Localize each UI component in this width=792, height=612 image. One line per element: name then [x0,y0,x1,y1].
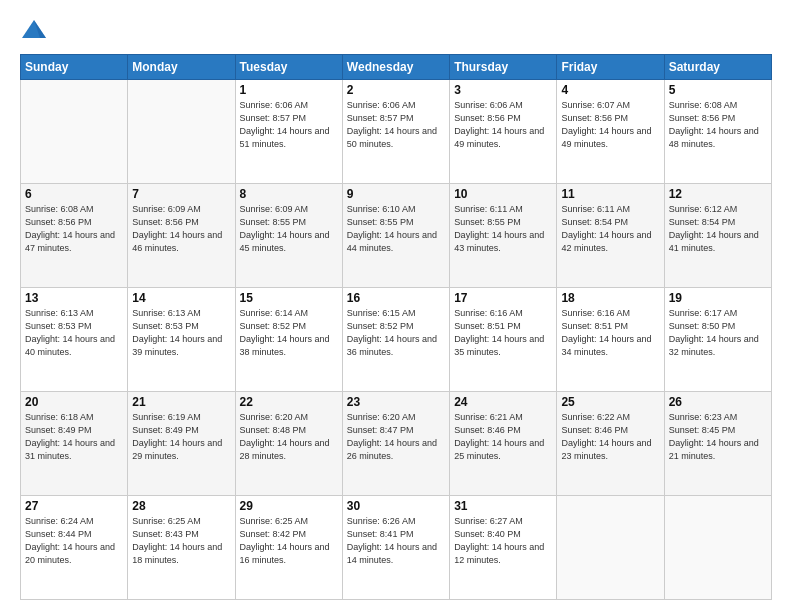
day-info: Sunrise: 6:21 AM Sunset: 8:46 PM Dayligh… [454,411,552,463]
day-number: 1 [240,83,338,97]
calendar-week-3: 13Sunrise: 6:13 AM Sunset: 8:53 PM Dayli… [21,288,772,392]
calendar-cell: 13Sunrise: 6:13 AM Sunset: 8:53 PM Dayli… [21,288,128,392]
calendar-cell: 10Sunrise: 6:11 AM Sunset: 8:55 PM Dayli… [450,184,557,288]
calendar-cell: 17Sunrise: 6:16 AM Sunset: 8:51 PM Dayli… [450,288,557,392]
calendar-week-4: 20Sunrise: 6:18 AM Sunset: 8:49 PM Dayli… [21,392,772,496]
calendar-cell: 25Sunrise: 6:22 AM Sunset: 8:46 PM Dayli… [557,392,664,496]
day-number: 17 [454,291,552,305]
day-info: Sunrise: 6:27 AM Sunset: 8:40 PM Dayligh… [454,515,552,567]
day-number: 12 [669,187,767,201]
calendar-cell: 28Sunrise: 6:25 AM Sunset: 8:43 PM Dayli… [128,496,235,600]
calendar-cell: 2Sunrise: 6:06 AM Sunset: 8:57 PM Daylig… [342,80,449,184]
calendar-week-1: 1Sunrise: 6:06 AM Sunset: 8:57 PM Daylig… [21,80,772,184]
day-number: 9 [347,187,445,201]
calendar-cell [128,80,235,184]
calendar-header-row: SundayMondayTuesdayWednesdayThursdayFrid… [21,55,772,80]
day-info: Sunrise: 6:15 AM Sunset: 8:52 PM Dayligh… [347,307,445,359]
day-number: 4 [561,83,659,97]
calendar-cell: 27Sunrise: 6:24 AM Sunset: 8:44 PM Dayli… [21,496,128,600]
day-info: Sunrise: 6:11 AM Sunset: 8:55 PM Dayligh… [454,203,552,255]
day-number: 31 [454,499,552,513]
day-number: 5 [669,83,767,97]
calendar-header-tuesday: Tuesday [235,55,342,80]
day-info: Sunrise: 6:20 AM Sunset: 8:47 PM Dayligh… [347,411,445,463]
day-info: Sunrise: 6:14 AM Sunset: 8:52 PM Dayligh… [240,307,338,359]
day-info: Sunrise: 6:11 AM Sunset: 8:54 PM Dayligh… [561,203,659,255]
calendar-header-wednesday: Wednesday [342,55,449,80]
day-info: Sunrise: 6:18 AM Sunset: 8:49 PM Dayligh… [25,411,123,463]
calendar-cell: 23Sunrise: 6:20 AM Sunset: 8:47 PM Dayli… [342,392,449,496]
calendar-cell: 20Sunrise: 6:18 AM Sunset: 8:49 PM Dayli… [21,392,128,496]
calendar-cell: 1Sunrise: 6:06 AM Sunset: 8:57 PM Daylig… [235,80,342,184]
day-number: 26 [669,395,767,409]
calendar-cell [21,80,128,184]
day-info: Sunrise: 6:06 AM Sunset: 8:57 PM Dayligh… [240,99,338,151]
day-info: Sunrise: 6:23 AM Sunset: 8:45 PM Dayligh… [669,411,767,463]
day-info: Sunrise: 6:12 AM Sunset: 8:54 PM Dayligh… [669,203,767,255]
day-number: 6 [25,187,123,201]
calendar-cell: 22Sunrise: 6:20 AM Sunset: 8:48 PM Dayli… [235,392,342,496]
calendar-cell: 31Sunrise: 6:27 AM Sunset: 8:40 PM Dayli… [450,496,557,600]
day-number: 21 [132,395,230,409]
day-number: 13 [25,291,123,305]
calendar-cell: 30Sunrise: 6:26 AM Sunset: 8:41 PM Dayli… [342,496,449,600]
day-info: Sunrise: 6:16 AM Sunset: 8:51 PM Dayligh… [561,307,659,359]
day-number: 20 [25,395,123,409]
calendar-cell: 14Sunrise: 6:13 AM Sunset: 8:53 PM Dayli… [128,288,235,392]
day-number: 8 [240,187,338,201]
header [20,16,772,44]
calendar-cell [664,496,771,600]
calendar-cell: 11Sunrise: 6:11 AM Sunset: 8:54 PM Dayli… [557,184,664,288]
day-number: 25 [561,395,659,409]
day-number: 16 [347,291,445,305]
day-info: Sunrise: 6:13 AM Sunset: 8:53 PM Dayligh… [25,307,123,359]
day-info: Sunrise: 6:20 AM Sunset: 8:48 PM Dayligh… [240,411,338,463]
day-info: Sunrise: 6:07 AM Sunset: 8:56 PM Dayligh… [561,99,659,151]
day-info: Sunrise: 6:13 AM Sunset: 8:53 PM Dayligh… [132,307,230,359]
day-info: Sunrise: 6:25 AM Sunset: 8:43 PM Dayligh… [132,515,230,567]
day-info: Sunrise: 6:25 AM Sunset: 8:42 PM Dayligh… [240,515,338,567]
calendar-header-thursday: Thursday [450,55,557,80]
day-info: Sunrise: 6:26 AM Sunset: 8:41 PM Dayligh… [347,515,445,567]
day-info: Sunrise: 6:24 AM Sunset: 8:44 PM Dayligh… [25,515,123,567]
calendar-cell: 15Sunrise: 6:14 AM Sunset: 8:52 PM Dayli… [235,288,342,392]
day-number: 3 [454,83,552,97]
day-number: 18 [561,291,659,305]
day-info: Sunrise: 6:17 AM Sunset: 8:50 PM Dayligh… [669,307,767,359]
day-info: Sunrise: 6:08 AM Sunset: 8:56 PM Dayligh… [25,203,123,255]
day-info: Sunrise: 6:22 AM Sunset: 8:46 PM Dayligh… [561,411,659,463]
calendar-cell [557,496,664,600]
day-number: 28 [132,499,230,513]
calendar-header-saturday: Saturday [664,55,771,80]
calendar-cell: 7Sunrise: 6:09 AM Sunset: 8:56 PM Daylig… [128,184,235,288]
calendar-cell: 29Sunrise: 6:25 AM Sunset: 8:42 PM Dayli… [235,496,342,600]
calendar-cell: 9Sunrise: 6:10 AM Sunset: 8:55 PM Daylig… [342,184,449,288]
day-number: 14 [132,291,230,305]
calendar-cell: 4Sunrise: 6:07 AM Sunset: 8:56 PM Daylig… [557,80,664,184]
day-number: 10 [454,187,552,201]
calendar-cell: 18Sunrise: 6:16 AM Sunset: 8:51 PM Dayli… [557,288,664,392]
day-info: Sunrise: 6:06 AM Sunset: 8:56 PM Dayligh… [454,99,552,151]
day-number: 22 [240,395,338,409]
calendar-cell: 6Sunrise: 6:08 AM Sunset: 8:56 PM Daylig… [21,184,128,288]
day-number: 24 [454,395,552,409]
day-number: 30 [347,499,445,513]
calendar-cell: 8Sunrise: 6:09 AM Sunset: 8:55 PM Daylig… [235,184,342,288]
calendar-cell: 19Sunrise: 6:17 AM Sunset: 8:50 PM Dayli… [664,288,771,392]
page: SundayMondayTuesdayWednesdayThursdayFrid… [0,0,792,612]
logo-icon [20,16,48,44]
calendar-header-friday: Friday [557,55,664,80]
calendar-cell: 26Sunrise: 6:23 AM Sunset: 8:45 PM Dayli… [664,392,771,496]
day-number: 7 [132,187,230,201]
day-info: Sunrise: 6:09 AM Sunset: 8:55 PM Dayligh… [240,203,338,255]
calendar-cell: 21Sunrise: 6:19 AM Sunset: 8:49 PM Dayli… [128,392,235,496]
calendar-cell: 12Sunrise: 6:12 AM Sunset: 8:54 PM Dayli… [664,184,771,288]
day-number: 19 [669,291,767,305]
day-number: 15 [240,291,338,305]
calendar-header-sunday: Sunday [21,55,128,80]
calendar-header-monday: Monday [128,55,235,80]
day-number: 27 [25,499,123,513]
day-info: Sunrise: 6:19 AM Sunset: 8:49 PM Dayligh… [132,411,230,463]
day-info: Sunrise: 6:06 AM Sunset: 8:57 PM Dayligh… [347,99,445,151]
calendar-cell: 24Sunrise: 6:21 AM Sunset: 8:46 PM Dayli… [450,392,557,496]
